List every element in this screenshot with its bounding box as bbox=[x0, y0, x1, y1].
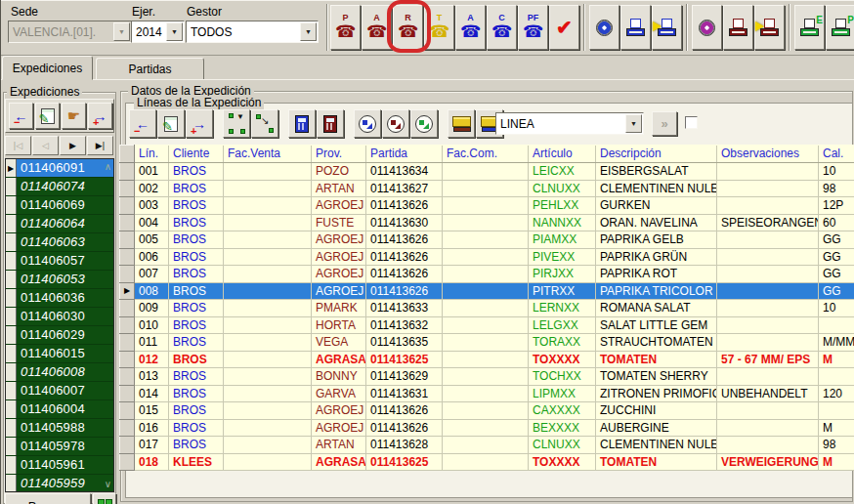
cell-cl[interactable]: BROS bbox=[169, 266, 224, 283]
move-line-button[interactable]: ↘ bbox=[251, 109, 278, 138]
table-row[interactable]: 013BROSBONNY011413629TOCHXXTOMATEN SHERR… bbox=[120, 368, 854, 386]
cell-fv[interactable] bbox=[224, 248, 312, 266]
cell-ob[interactable] bbox=[717, 197, 819, 215]
cell-ar[interactable]: LIPMXX bbox=[529, 385, 596, 402]
expedition-item[interactable]: 011406015 bbox=[6, 345, 113, 363]
cell-ar[interactable]: TORAXX bbox=[529, 334, 596, 352]
ejercicio-combobox[interactable]: 2014 ▼ bbox=[131, 21, 185, 43]
cell-ob[interactable] bbox=[717, 231, 819, 249]
cell-de[interactable]: CLEMENTINEN NULES bbox=[596, 180, 717, 197]
expedition-item[interactable]: 011405961 bbox=[6, 456, 113, 475]
cell-pa[interactable]: 011413625 bbox=[366, 351, 443, 368]
col-lin[interactable]: Lín. bbox=[135, 146, 169, 163]
cell-de[interactable]: ZUCCHINI bbox=[596, 402, 717, 420]
cell-fc[interactable] bbox=[443, 385, 529, 402]
print-red-button[interactable] bbox=[723, 5, 753, 50]
delete-expedition-button[interactable]: ← − bbox=[9, 103, 33, 129]
cell-lin[interactable]: 012 bbox=[135, 351, 169, 368]
expedition-item[interactable]: 011406004 bbox=[6, 400, 113, 419]
cell-cl[interactable]: BROS bbox=[169, 351, 224, 368]
cell-cl[interactable]: BROS bbox=[169, 282, 224, 300]
cell-cl[interactable]: BROS bbox=[169, 163, 224, 181]
expedition-item[interactable]: 011406007 bbox=[6, 382, 113, 400]
cell-fv[interactable] bbox=[224, 385, 312, 402]
cell-ca[interactable]: M bbox=[819, 419, 854, 437]
cell-ca[interactable] bbox=[819, 402, 854, 420]
scroll-up-icon[interactable]: ∧ bbox=[105, 161, 111, 172]
cell-ob[interactable]: SPEISEORANGEN bbox=[717, 214, 819, 231]
cell-fv[interactable] bbox=[224, 282, 312, 300]
cell-fv[interactable] bbox=[224, 334, 312, 352]
cell-lin[interactable]: 011 bbox=[135, 334, 169, 352]
cell-pr[interactable]: FUSTE bbox=[312, 214, 366, 231]
cell-ca[interactable]: 10 bbox=[819, 163, 854, 181]
cell-de[interactable]: TOMATEN bbox=[596, 351, 717, 368]
cell-pa[interactable]: 011413626 bbox=[366, 282, 443, 300]
edit-line-button[interactable]: ✎ bbox=[157, 109, 185, 138]
cell-pr[interactable]: AGROEJ bbox=[312, 282, 366, 300]
calc-blue-button[interactable] bbox=[288, 109, 316, 138]
cell-de[interactable]: PAPRIKA TRICOLOR bbox=[596, 282, 717, 300]
cell-ca[interactable]: GG bbox=[819, 282, 854, 300]
cell-pa[interactable]: 011413627 bbox=[366, 180, 443, 197]
cell-pr[interactable]: ARTAN bbox=[312, 180, 366, 197]
cell-fv[interactable] bbox=[224, 214, 312, 231]
expedition-item[interactable]: 011406029 bbox=[6, 326, 113, 345]
cell-fc[interactable] bbox=[443, 419, 529, 437]
col-faccom[interactable]: Fac.Com. bbox=[443, 146, 529, 163]
cell-pa[interactable]: 011413633 bbox=[366, 300, 443, 317]
cell-fv[interactable] bbox=[224, 266, 312, 283]
cell-pr[interactable]: POZO bbox=[312, 163, 366, 181]
expedition-item[interactable]: 011406030 bbox=[6, 308, 113, 326]
cell-ob[interactable] bbox=[717, 248, 819, 266]
cell-fc[interactable] bbox=[443, 368, 529, 386]
cell-pr[interactable]: AGROEJ bbox=[312, 402, 366, 420]
nav-last-button[interactable]: ▶| bbox=[87, 136, 113, 155]
phone-r-button[interactable]: R☎ bbox=[393, 5, 423, 50]
tab-expediciones[interactable]: Expediciones bbox=[2, 56, 93, 80]
cell-fv[interactable] bbox=[224, 437, 312, 454]
cell-de[interactable]: GURKEN bbox=[596, 197, 717, 215]
col-articulo[interactable]: Artículo bbox=[529, 146, 596, 163]
cell-ar[interactable]: PITRXX bbox=[529, 282, 596, 300]
cell-ca[interactable] bbox=[819, 316, 854, 334]
cell-ar[interactable]: CLNUXX bbox=[529, 180, 596, 197]
cell-de[interactable]: AUBERGINE bbox=[596, 419, 717, 437]
chart-blue-button[interactable] bbox=[354, 109, 381, 138]
cell-ca[interactable]: 98 bbox=[819, 437, 854, 454]
cell-de[interactable]: ZITRONEN PRIMOFIO bbox=[596, 385, 717, 402]
book-red-button[interactable] bbox=[448, 109, 475, 138]
cell-lin[interactable]: 016 bbox=[135, 419, 169, 437]
cell-lin[interactable]: 015 bbox=[135, 402, 169, 420]
cell-lin[interactable]: 014 bbox=[135, 385, 169, 402]
sede-dropdown-icon[interactable]: ▼ bbox=[113, 22, 130, 41]
col-facventa[interactable]: Fac.Venta bbox=[224, 146, 312, 163]
table-row[interactable]: 005BROSAGROEJ011413626PIAMXXPAPRIKA GELB… bbox=[120, 231, 854, 249]
cell-pr[interactable]: AGRASA bbox=[312, 351, 366, 368]
cell-cl[interactable]: BROS bbox=[169, 197, 224, 215]
cell-ar[interactable]: LELGXX bbox=[529, 316, 596, 334]
phone-c-button[interactable]: C☎ bbox=[487, 5, 517, 50]
cell-fv[interactable] bbox=[224, 316, 312, 334]
col-cliente[interactable]: Cliente bbox=[169, 146, 224, 163]
cell-fv[interactable] bbox=[224, 402, 312, 420]
cell-ob[interactable] bbox=[717, 163, 819, 181]
expedition-item[interactable]: 011405988 bbox=[6, 419, 113, 438]
cell-lin[interactable]: 013 bbox=[135, 368, 169, 386]
print-export-red-button[interactable] bbox=[754, 5, 785, 50]
cell-de[interactable]: PAPRIKA GELB bbox=[596, 231, 717, 249]
cell-fc[interactable] bbox=[443, 300, 529, 317]
cell-lin[interactable]: 017 bbox=[135, 437, 169, 454]
cell-cl[interactable]: BROS bbox=[169, 368, 224, 386]
cell-fv[interactable] bbox=[224, 231, 312, 249]
gestor-combobox[interactable]: TODOS ▼ bbox=[186, 21, 319, 43]
phone-a-dark-button[interactable]: A☎ bbox=[362, 5, 392, 50]
cell-fc[interactable] bbox=[443, 316, 529, 334]
expedition-item[interactable]: ▶011406091 bbox=[6, 159, 113, 178]
cell-ar[interactable]: TOXXXX bbox=[529, 351, 596, 368]
cell-ar[interactable]: TOXXXX bbox=[529, 453, 596, 471]
expedition-item[interactable]: 011406069 bbox=[6, 196, 113, 215]
cell-ar[interactable]: PIAMXX bbox=[529, 231, 596, 249]
cell-cl[interactable]: BROS bbox=[169, 419, 224, 437]
cell-pr[interactable]: ARTAN bbox=[312, 437, 366, 454]
